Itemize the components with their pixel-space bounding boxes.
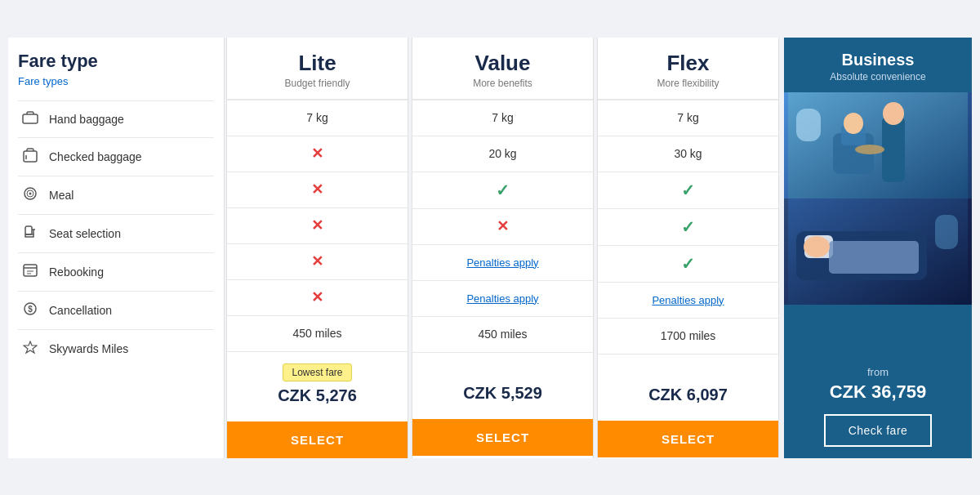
value-seat-x: ✕	[497, 217, 509, 235]
flex-hand-baggage: 7 kg	[598, 100, 778, 136]
value-seat-selection: ✕	[412, 208, 593, 244]
flex-skywards-miles: 1700 miles	[598, 318, 778, 354]
svg-point-23	[855, 145, 884, 154]
value-skywards-miles: 450 miles	[412, 316, 593, 352]
value-cancellation-penalty[interactable]: Penalties apply	[466, 292, 538, 305]
feature-row-checked-baggage: Checked baggage	[18, 137, 214, 176]
seat-selection-label: Seat selection	[49, 227, 121, 240]
flex-seat-selection: ✓	[598, 208, 778, 245]
fare-col-value: Value More benefits 7 kg 20 kg ✓ ✕ Penal…	[412, 38, 594, 458]
value-price-section: CZK 5,529	[412, 352, 593, 411]
fare-columns: Lite Budget friendly 7 kg ✕ ✕ ✕ ✕ ✕ 450 …	[225, 38, 781, 458]
sidebar: Fare type Fare types Hand baggage Checke…	[8, 38, 225, 458]
value-meal: ✓	[412, 172, 593, 208]
fare-comparison-container: Fare type Fare types Hand baggage Checke…	[8, 38, 972, 458]
cancellation-label: Cancellation	[49, 304, 112, 317]
hand-baggage-icon	[21, 111, 39, 127]
svg-rect-16	[788, 92, 968, 198]
flex-select-button[interactable]: SELECT	[598, 421, 778, 457]
flex-subtitle: More flexibility	[606, 78, 770, 89]
flex-meal: ✓	[598, 172, 778, 208]
business-from-label: from	[867, 366, 889, 378]
check-fare-button[interactable]: Check fare	[824, 414, 933, 447]
feature-row-meal: Meal	[18, 176, 214, 214]
flex-seat-check: ✓	[681, 217, 695, 237]
lite-seat-selection: ✕	[227, 207, 408, 243]
seat-selection-icon	[21, 225, 39, 243]
business-price-section: from CZK 36,759 Check fare	[784, 305, 972, 458]
value-meal-check: ✓	[496, 181, 510, 200]
feature-row-skywards-miles: Skywards Miles	[18, 329, 214, 368]
flex-header: Flex More flexibility	[598, 38, 778, 100]
lite-select-button[interactable]: SELECT	[227, 421, 408, 458]
fare-types-link[interactable]: Fare types	[18, 75, 214, 87]
feature-row-cancellation: $ Cancellation	[18, 291, 214, 329]
rebooking-icon	[21, 263, 39, 281]
svg-point-22	[883, 102, 904, 125]
lite-rebooking: ✕	[227, 243, 408, 279]
lite-header: Lite Budget friendly	[227, 38, 408, 100]
lowest-fare-badge: Lowest fare	[283, 363, 351, 381]
business-subtitle: Absolute convenience	[792, 71, 964, 82]
flex-price-section: CZK 6,097	[598, 354, 778, 412]
value-hand-baggage: 7 kg	[412, 100, 593, 136]
lite-hand-baggage: 7 kg	[227, 100, 408, 136]
value-price: CZK 5,529	[421, 384, 585, 403]
svg-rect-6	[25, 226, 32, 234]
flex-rebooking: ✓	[598, 245, 778, 282]
feature-row-seat-selection: Seat selection	[18, 214, 214, 252]
feature-row-hand-baggage: Hand baggage	[18, 100, 214, 137]
flex-cancellation-penalty[interactable]: Penalties apply	[652, 294, 724, 306]
svg-point-28	[804, 236, 830, 257]
cancellation-icon: $	[21, 301, 39, 319]
lite-checked-baggage-x: ✕	[311, 145, 323, 163]
lite-cancellation: ✕	[227, 279, 408, 315]
value-rebooking: Penalties apply	[412, 244, 593, 280]
lite-name: Lite	[235, 51, 399, 76]
value-select-button[interactable]: SELECT	[412, 419, 593, 456]
fare-col-flex: Flex More flexibility 7 kg 30 kg ✓ ✓ ✓ P…	[597, 38, 779, 458]
flex-price: CZK 6,097	[606, 386, 770, 404]
skywards-miles-icon	[21, 340, 39, 358]
lite-skywards-miles: 450 miles	[227, 315, 408, 351]
lite-price-section: Lowest fare CZK 5,276	[227, 351, 408, 413]
business-price: CZK 36,759	[830, 381, 927, 403]
svg-text:$: $	[28, 305, 33, 314]
flex-rebooking-check: ✓	[681, 254, 695, 274]
rebooking-label: Rebooking	[49, 265, 104, 279]
fare-type-title: Fare type	[18, 51, 214, 72]
checked-baggage-icon	[21, 148, 39, 166]
lite-seat-x: ✕	[311, 216, 323, 234]
lite-meal-x: ✕	[311, 181, 323, 198]
svg-marker-15	[24, 341, 37, 353]
lite-checked-baggage: ✕	[227, 136, 408, 172]
lite-price: CZK 5,276	[235, 386, 399, 405]
value-cancellation: Penalties apply	[412, 280, 593, 316]
value-subtitle: More benefits	[421, 78, 585, 89]
fare-col-lite: Lite Budget friendly 7 kg ✕ ✕ ✕ ✕ ✕ 450 …	[226, 38, 408, 458]
svg-rect-17	[796, 109, 821, 141]
business-image-cabin-service	[784, 92, 972, 198]
lite-meal: ✕	[227, 172, 408, 207]
svg-rect-21	[882, 117, 905, 182]
skywards-miles-label: Skywards Miles	[49, 342, 128, 355]
flex-checked-baggage: 30 kg	[598, 136, 778, 172]
lite-rebooking-x: ✕	[311, 252, 323, 270]
value-rebooking-penalty[interactable]: Penalties apply	[466, 256, 538, 269]
meal-label: Meal	[49, 189, 74, 202]
flex-cancellation: Penalties apply	[598, 282, 778, 318]
lite-subtitle: Budget friendly	[235, 78, 399, 89]
svg-rect-29	[935, 215, 958, 249]
meal-icon	[21, 186, 39, 204]
svg-point-20	[844, 113, 863, 134]
svg-rect-9	[24, 265, 37, 276]
value-checked-baggage: 20 kg	[412, 136, 593, 172]
svg-point-5	[29, 192, 32, 194]
checked-baggage-label: Checked baggage	[49, 150, 142, 163]
lite-cancellation-x: ✕	[311, 288, 323, 306]
business-col: Business Absolute convenience	[784, 38, 972, 458]
business-image-flat-bed	[784, 198, 972, 305]
svg-rect-0	[23, 114, 38, 123]
business-header: Business Absolute convenience	[784, 38, 972, 92]
business-name: Business	[792, 51, 964, 69]
